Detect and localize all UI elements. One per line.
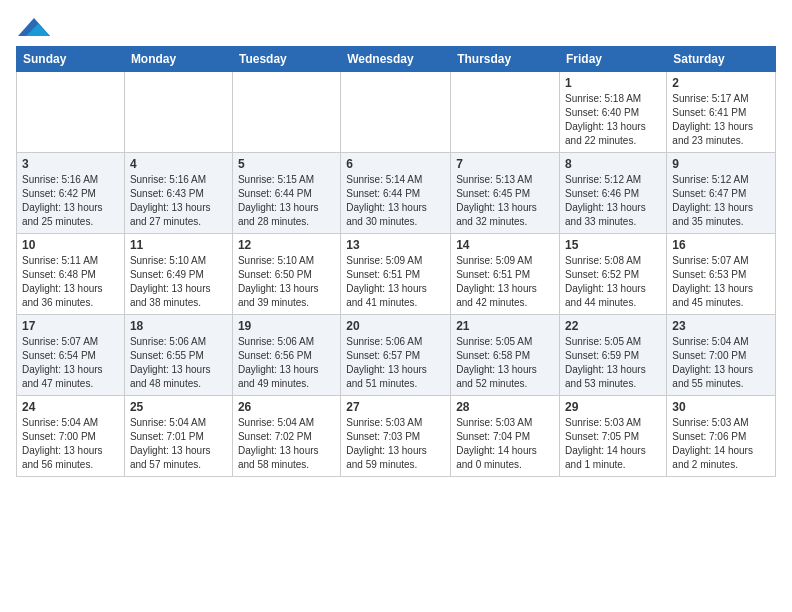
calendar-week-row: 24Sunrise: 5:04 AM Sunset: 7:00 PM Dayli… (17, 396, 776, 477)
day-number: 26 (238, 400, 335, 414)
day-detail: Sunrise: 5:07 AM Sunset: 6:54 PM Dayligh… (22, 335, 119, 391)
calendar-week-row: 3Sunrise: 5:16 AM Sunset: 6:42 PM Daylig… (17, 153, 776, 234)
day-detail: Sunrise: 5:16 AM Sunset: 6:43 PM Dayligh… (130, 173, 227, 229)
day-number: 27 (346, 400, 445, 414)
day-detail: Sunrise: 5:08 AM Sunset: 6:52 PM Dayligh… (565, 254, 661, 310)
day-number: 29 (565, 400, 661, 414)
day-detail: Sunrise: 5:09 AM Sunset: 6:51 PM Dayligh… (456, 254, 554, 310)
day-number: 22 (565, 319, 661, 333)
logo (16, 16, 56, 38)
calendar-cell: 22Sunrise: 5:05 AM Sunset: 6:59 PM Dayli… (560, 315, 667, 396)
calendar-cell: 3Sunrise: 5:16 AM Sunset: 6:42 PM Daylig… (17, 153, 125, 234)
day-detail: Sunrise: 5:14 AM Sunset: 6:44 PM Dayligh… (346, 173, 445, 229)
calendar-header-monday: Monday (124, 47, 232, 72)
day-detail: Sunrise: 5:06 AM Sunset: 6:57 PM Dayligh… (346, 335, 445, 391)
day-number: 10 (22, 238, 119, 252)
calendar-cell: 26Sunrise: 5:04 AM Sunset: 7:02 PM Dayli… (232, 396, 340, 477)
calendar-cell (17, 72, 125, 153)
day-detail: Sunrise: 5:04 AM Sunset: 7:01 PM Dayligh… (130, 416, 227, 472)
calendar-cell: 29Sunrise: 5:03 AM Sunset: 7:05 PM Dayli… (560, 396, 667, 477)
calendar-cell: 4Sunrise: 5:16 AM Sunset: 6:43 PM Daylig… (124, 153, 232, 234)
day-detail: Sunrise: 5:09 AM Sunset: 6:51 PM Dayligh… (346, 254, 445, 310)
calendar-cell (124, 72, 232, 153)
calendar-cell: 7Sunrise: 5:13 AM Sunset: 6:45 PM Daylig… (451, 153, 560, 234)
calendar-cell (451, 72, 560, 153)
calendar-cell: 6Sunrise: 5:14 AM Sunset: 6:44 PM Daylig… (341, 153, 451, 234)
calendar-week-row: 1Sunrise: 5:18 AM Sunset: 6:40 PM Daylig… (17, 72, 776, 153)
calendar-cell: 20Sunrise: 5:06 AM Sunset: 6:57 PM Dayli… (341, 315, 451, 396)
calendar-cell: 9Sunrise: 5:12 AM Sunset: 6:47 PM Daylig… (667, 153, 776, 234)
day-detail: Sunrise: 5:17 AM Sunset: 6:41 PM Dayligh… (672, 92, 770, 148)
calendar-cell (341, 72, 451, 153)
calendar-cell: 17Sunrise: 5:07 AM Sunset: 6:54 PM Dayli… (17, 315, 125, 396)
calendar-cell: 27Sunrise: 5:03 AM Sunset: 7:03 PM Dayli… (341, 396, 451, 477)
day-number: 1 (565, 76, 661, 90)
day-detail: Sunrise: 5:06 AM Sunset: 6:56 PM Dayligh… (238, 335, 335, 391)
calendar: SundayMondayTuesdayWednesdayThursdayFrid… (16, 46, 776, 477)
day-number: 13 (346, 238, 445, 252)
calendar-cell: 21Sunrise: 5:05 AM Sunset: 6:58 PM Dayli… (451, 315, 560, 396)
day-number: 8 (565, 157, 661, 171)
calendar-cell: 15Sunrise: 5:08 AM Sunset: 6:52 PM Dayli… (560, 234, 667, 315)
day-number: 18 (130, 319, 227, 333)
calendar-header-friday: Friday (560, 47, 667, 72)
calendar-cell: 8Sunrise: 5:12 AM Sunset: 6:46 PM Daylig… (560, 153, 667, 234)
calendar-header-wednesday: Wednesday (341, 47, 451, 72)
logo-icon (16, 16, 52, 38)
day-detail: Sunrise: 5:11 AM Sunset: 6:48 PM Dayligh… (22, 254, 119, 310)
day-detail: Sunrise: 5:05 AM Sunset: 6:59 PM Dayligh… (565, 335, 661, 391)
calendar-header-saturday: Saturday (667, 47, 776, 72)
calendar-week-row: 17Sunrise: 5:07 AM Sunset: 6:54 PM Dayli… (17, 315, 776, 396)
calendar-cell: 25Sunrise: 5:04 AM Sunset: 7:01 PM Dayli… (124, 396, 232, 477)
calendar-cell (232, 72, 340, 153)
calendar-cell: 5Sunrise: 5:15 AM Sunset: 6:44 PM Daylig… (232, 153, 340, 234)
calendar-cell: 13Sunrise: 5:09 AM Sunset: 6:51 PM Dayli… (341, 234, 451, 315)
day-detail: Sunrise: 5:07 AM Sunset: 6:53 PM Dayligh… (672, 254, 770, 310)
day-number: 2 (672, 76, 770, 90)
day-number: 7 (456, 157, 554, 171)
calendar-cell: 12Sunrise: 5:10 AM Sunset: 6:50 PM Dayli… (232, 234, 340, 315)
calendar-cell: 2Sunrise: 5:17 AM Sunset: 6:41 PM Daylig… (667, 72, 776, 153)
calendar-cell: 11Sunrise: 5:10 AM Sunset: 6:49 PM Dayli… (124, 234, 232, 315)
day-detail: Sunrise: 5:12 AM Sunset: 6:47 PM Dayligh… (672, 173, 770, 229)
day-number: 21 (456, 319, 554, 333)
day-detail: Sunrise: 5:03 AM Sunset: 7:06 PM Dayligh… (672, 416, 770, 472)
calendar-cell: 19Sunrise: 5:06 AM Sunset: 6:56 PM Dayli… (232, 315, 340, 396)
calendar-week-row: 10Sunrise: 5:11 AM Sunset: 6:48 PM Dayli… (17, 234, 776, 315)
calendar-cell: 14Sunrise: 5:09 AM Sunset: 6:51 PM Dayli… (451, 234, 560, 315)
calendar-header-row: SundayMondayTuesdayWednesdayThursdayFrid… (17, 47, 776, 72)
day-detail: Sunrise: 5:04 AM Sunset: 7:00 PM Dayligh… (672, 335, 770, 391)
day-number: 25 (130, 400, 227, 414)
day-detail: Sunrise: 5:04 AM Sunset: 7:02 PM Dayligh… (238, 416, 335, 472)
day-detail: Sunrise: 5:03 AM Sunset: 7:03 PM Dayligh… (346, 416, 445, 472)
day-detail: Sunrise: 5:12 AM Sunset: 6:46 PM Dayligh… (565, 173, 661, 229)
day-number: 6 (346, 157, 445, 171)
calendar-header-sunday: Sunday (17, 47, 125, 72)
calendar-cell: 16Sunrise: 5:07 AM Sunset: 6:53 PM Dayli… (667, 234, 776, 315)
day-detail: Sunrise: 5:06 AM Sunset: 6:55 PM Dayligh… (130, 335, 227, 391)
calendar-cell: 10Sunrise: 5:11 AM Sunset: 6:48 PM Dayli… (17, 234, 125, 315)
day-number: 30 (672, 400, 770, 414)
day-detail: Sunrise: 5:10 AM Sunset: 6:49 PM Dayligh… (130, 254, 227, 310)
calendar-header-tuesday: Tuesday (232, 47, 340, 72)
header (16, 16, 776, 38)
day-number: 15 (565, 238, 661, 252)
day-detail: Sunrise: 5:05 AM Sunset: 6:58 PM Dayligh… (456, 335, 554, 391)
day-detail: Sunrise: 5:13 AM Sunset: 6:45 PM Dayligh… (456, 173, 554, 229)
day-detail: Sunrise: 5:10 AM Sunset: 6:50 PM Dayligh… (238, 254, 335, 310)
calendar-cell: 1Sunrise: 5:18 AM Sunset: 6:40 PM Daylig… (560, 72, 667, 153)
day-detail: Sunrise: 5:04 AM Sunset: 7:00 PM Dayligh… (22, 416, 119, 472)
day-number: 3 (22, 157, 119, 171)
day-number: 11 (130, 238, 227, 252)
calendar-header-thursday: Thursday (451, 47, 560, 72)
calendar-cell: 18Sunrise: 5:06 AM Sunset: 6:55 PM Dayli… (124, 315, 232, 396)
day-detail: Sunrise: 5:03 AM Sunset: 7:04 PM Dayligh… (456, 416, 554, 472)
calendar-cell: 30Sunrise: 5:03 AM Sunset: 7:06 PM Dayli… (667, 396, 776, 477)
day-number: 14 (456, 238, 554, 252)
day-number: 4 (130, 157, 227, 171)
day-number: 28 (456, 400, 554, 414)
day-number: 9 (672, 157, 770, 171)
day-number: 19 (238, 319, 335, 333)
day-number: 16 (672, 238, 770, 252)
day-number: 5 (238, 157, 335, 171)
